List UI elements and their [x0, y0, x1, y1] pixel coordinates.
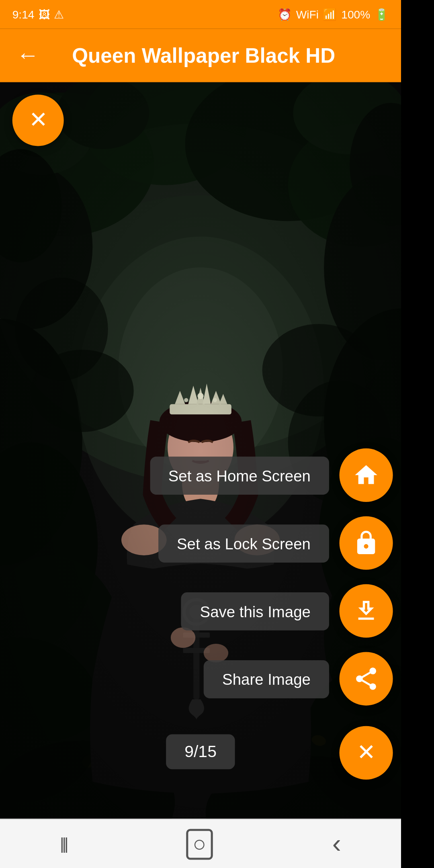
wifi-icon: WiFi: [296, 8, 319, 20]
time-display: 9:14: [12, 8, 35, 20]
close-top-button[interactable]: ✕: [12, 94, 64, 146]
alarm-icon: ⏰: [278, 8, 292, 21]
warning-icon: ⚠: [54, 8, 64, 21]
set-home-button[interactable]: [340, 448, 393, 502]
set-lock-row: Set as Lock Screen: [158, 516, 393, 570]
set-lock-label[interactable]: Set as Lock Screen: [158, 524, 329, 562]
save-image-row: Save this Image: [182, 584, 393, 638]
share-image-label[interactable]: Share Image: [204, 660, 329, 698]
battery-text: 100%: [341, 8, 370, 20]
save-image-label[interactable]: Save this Image: [182, 592, 329, 630]
signal-icon: 📶: [323, 8, 337, 21]
bottom-nav: ||| ○ ‹: [0, 819, 401, 868]
back-nav-icon[interactable]: ‹: [332, 828, 341, 860]
top-bar: ← Queen Wallpaper Black HD: [0, 29, 401, 82]
status-bar: 9:14 🖼 ⚠ ⏰ WiFi 📶 100% 🔋: [0, 0, 401, 29]
status-left: 9:14 🖼 ⚠: [12, 8, 64, 21]
page-title: Queen Wallpaper Black HD: [55, 44, 352, 68]
set-home-row: Set as Home Screen: [150, 448, 393, 502]
actions-area: Set as Home Screen Set as Lock Screen Sa…: [150, 448, 393, 706]
download-icon: [353, 598, 380, 624]
share-icon: [353, 665, 380, 692]
home-nav-icon[interactable]: ○: [186, 828, 213, 859]
back-button[interactable]: ←: [16, 42, 39, 69]
page-counter: 9/15: [166, 734, 235, 769]
menu-icon[interactable]: |||: [60, 835, 67, 853]
battery-icon: 🔋: [375, 8, 389, 21]
status-right: ⏰ WiFi 📶 100% 🔋: [278, 8, 389, 21]
set-lock-button[interactable]: [340, 516, 393, 570]
close-bottom-icon: ✕: [357, 739, 375, 766]
notification-icon: 🖼: [39, 8, 50, 20]
share-image-button[interactable]: [340, 652, 393, 706]
close-bottom-button[interactable]: ✕: [340, 726, 393, 780]
save-image-button[interactable]: [340, 584, 393, 638]
set-home-label[interactable]: Set as Home Screen: [150, 456, 329, 494]
close-top-icon: ✕: [29, 107, 47, 134]
share-image-row: Share Image: [204, 652, 393, 706]
home-icon: [353, 462, 380, 489]
main-content: ✕ Set as Home Screen Set as Lock Screen …: [0, 82, 401, 819]
lock-icon: [353, 530, 380, 557]
